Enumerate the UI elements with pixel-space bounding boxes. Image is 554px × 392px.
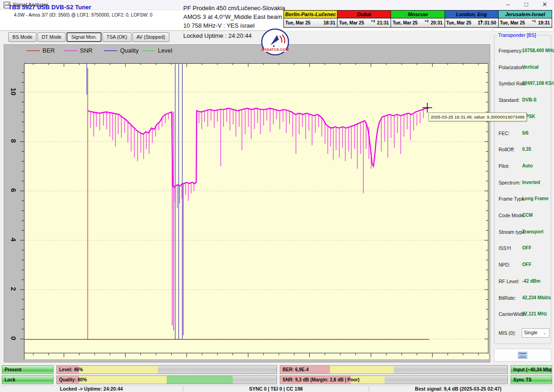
close-button[interactable]: ✕ (536, 0, 554, 10)
transponder-field-value: Inverted (522, 180, 540, 185)
y-tick-label-2: 2 (10, 283, 18, 295)
meter-zone (167, 376, 233, 384)
tab-dt-mode[interactable]: DT Mode (37, 32, 66, 42)
clock-time: 20:31 (431, 20, 443, 25)
legend-swatch-snr (64, 50, 77, 51)
stacked-cards-icon (518, 352, 527, 359)
transponder-field-label: Standard: (499, 97, 520, 103)
clock-utc-offset: +1 (532, 19, 536, 23)
chevron-down-icon: ⌄ (543, 330, 547, 335)
transponder-field-label: NPD: (499, 262, 510, 267)
statusbar-section-0: Locked -> Uptime: 24:20:44 (0, 386, 183, 392)
meter-snr: SNR: 9,3 dB (Margin: 2,8 dB | Poor) (280, 375, 508, 384)
clock-jerusalem-israel: Jerusalem-IsraelTue, Mar 25+119:31 (499, 11, 552, 27)
legend-swatch-quality (104, 50, 117, 51)
statusbar-divider (369, 386, 369, 392)
transponder-field-label: Polarization: (499, 65, 525, 70)
mis-dropdown[interactable]: Single ⌄ (522, 328, 549, 338)
clock-utc-offset: +2 (424, 19, 428, 23)
mis-selected-value: Single (524, 330, 537, 335)
legend-swatch-level (142, 50, 155, 51)
clock-date: Tue, Mar 25 (500, 20, 525, 25)
transponder-field-value: 10758,400 MHz (522, 48, 554, 53)
mis-label: MIS (0): (499, 330, 516, 336)
legend-label-snr: SNR (80, 47, 92, 53)
transponder-field-label: FEC: (499, 131, 510, 136)
clock-berlin-paris-lu-enec: Berlin-Paris-LučenecTue, Mar 2518:31 (284, 11, 337, 27)
chart-tooltip: 2025-03-25 18.31.49, value: 9,3000001907… (428, 113, 527, 121)
tab-bs-mode[interactable]: BS Mode (8, 32, 36, 42)
clock-utc-offset: +3 (371, 19, 375, 23)
transponder-field-value: Auto (522, 163, 533, 168)
tuner-title: TBS 5927 USB DVB-S2 Tuner (8, 4, 91, 11)
tab-av-stopped-[interactable]: AV (Stopped) (132, 32, 169, 42)
clock-time-row: Tue, Mar 2518:31 (284, 18, 337, 27)
signal-analyzer-window: Signal Analyzer – □ ✕ TBS 5927 USB DVB-S… (0, 0, 554, 392)
transponder-field-label: RF Level: (499, 279, 519, 284)
meter-label: Level: 46% (59, 367, 83, 372)
transponder-field-label: Code Mode: (499, 213, 525, 218)
transponder-field-value: 5/6 (522, 131, 529, 136)
transponder-field-value: Transport (522, 229, 543, 234)
meter-zone (79, 366, 158, 374)
clock-date: Tue, Mar 25 (285, 20, 310, 25)
transponder-field-value: 0.35 (522, 147, 531, 152)
clock-time-row: Tue, Mar 25+220:31 (391, 18, 444, 27)
statusbar-divider (183, 386, 183, 392)
transponder-field-value: CCM (522, 213, 533, 218)
legend-swatch-ber (26, 50, 40, 51)
minimize-button[interactable]: – (499, 0, 517, 10)
clock-city-label: Dubai (337, 11, 391, 18)
resize-grip[interactable]: ⋰ (549, 386, 554, 391)
clock-city-label: London, Eng (445, 11, 498, 18)
y-tick-label-6: 6 (10, 184, 18, 196)
dxsatcs-logo: DXSATCS.COM (261, 29, 289, 57)
clock-time-row: Tue, Mar 25-117:31:50 (445, 18, 498, 27)
clock-london-eng: London, EngTue, Mar 25-117:31:50 (445, 11, 499, 27)
meter-quality: Quality: 80% (56, 375, 277, 384)
frequency-info-line: 10 758 MHz-V : YES israel (183, 22, 254, 29)
clock-time: 18:31 (324, 20, 336, 25)
svg-text:DXSATCS.COM: DXSATCS.COM (262, 48, 289, 52)
transponder-field-value: Long Frame (522, 196, 548, 201)
world-clocks-panel: Berlin-Paris-LučenecTue, Mar 2518:31Duba… (283, 10, 552, 28)
satellite-info-line: AMOS 3 at 4,0°W_Middle East beam (183, 13, 282, 20)
y-tick-label-4: 4 (10, 234, 18, 246)
tuner-subtitle: 4.0W - Amos 3/7 (ID: 3560) @ LOF1: 97500… (14, 12, 152, 18)
meter-level: Level: 46% (56, 365, 277, 374)
status-led-present: Present (2, 365, 54, 374)
status-led-lock: Lock (2, 375, 54, 384)
transponder-field-label: Spectrum: (499, 180, 521, 185)
clock-moscow: MoscowTue, Mar 25+220:31 (391, 11, 445, 27)
meter-label: BER: 6,9E-4 (283, 367, 309, 372)
sidebar-action-button[interactable] (494, 349, 551, 362)
transponder-field-label: RollOff: (499, 147, 515, 152)
clock-time: 17:31:50 (478, 20, 496, 25)
y-tick-label-0: 0 (10, 333, 18, 344)
clock-date: Tue, Mar 25 (339, 20, 364, 25)
clock-city-label: Moscow (391, 11, 444, 18)
locked-uptime-text: Locked Uptime : 24:20:44 (183, 32, 252, 39)
transponder-field-value: 27497,108 KS/s (522, 81, 554, 86)
transponder-field-label: BitRate: (499, 295, 516, 301)
tab-tsa-ok-[interactable]: TSA (OK) (102, 32, 132, 42)
statusbar-section-2: Best signal: 9,4 dB (2025-03-25 02:47) (369, 386, 548, 392)
transponder-field-label: Frequency: (499, 48, 523, 53)
tab-signal-mon-[interactable]: Signal Mon. (66, 32, 101, 42)
maximize-button[interactable]: □ (517, 0, 536, 10)
sidebar-scroll-strip[interactable] (492, 28, 554, 32)
transponder-field-value: DVB-S (522, 97, 536, 102)
meter-label: Quality: 80% (59, 377, 87, 382)
transponder-field-label: Frame Type: (499, 196, 526, 202)
legend-label-ber: BER (42, 47, 55, 53)
transponder-field-label: ISSYI (499, 245, 511, 251)
statusbar-section-1: SYNC 0 | TEI 0 | CC 198 (183, 386, 369, 392)
crosshair-cursor (422, 103, 432, 113)
transponder-field-value: Vertical (522, 65, 539, 70)
transponder-field-value: OFF (522, 262, 531, 267)
tab-bar: BS ModeDT ModeSignal Mon.TSA (OK)AV (Sto… (8, 32, 169, 42)
clock-time: 21:31 (377, 20, 389, 25)
transponder-field-value: OFF (522, 245, 531, 250)
header-separator (0, 30, 283, 31)
clock-time-row: Tue, Mar 25+119:31 (499, 18, 552, 27)
